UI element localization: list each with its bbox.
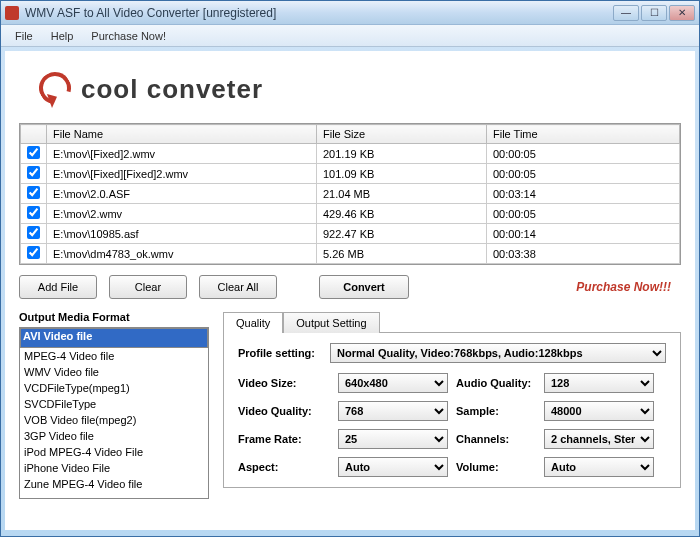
- col-filename[interactable]: File Name: [47, 125, 317, 144]
- close-button[interactable]: ✕: [669, 5, 695, 21]
- row-checkbox[interactable]: [27, 186, 40, 199]
- volume-label: Volume:: [456, 461, 536, 473]
- aspect-label: Aspect:: [238, 461, 330, 473]
- clear-all-button[interactable]: Clear All: [199, 275, 277, 299]
- cell-filetime: 00:00:05: [487, 164, 680, 184]
- logo-area: cool conveter: [19, 59, 681, 119]
- table-row[interactable]: E:\mov\2.0.ASF21.04 MB00:03:14: [21, 184, 680, 204]
- menu-help[interactable]: Help: [43, 28, 82, 44]
- audioquality-label: Audio Quality:: [456, 377, 536, 389]
- cell-filename: E:\mov\10985.asf: [47, 224, 317, 244]
- row-checkbox[interactable]: [27, 246, 40, 259]
- sample-label: Sample:: [456, 405, 536, 417]
- list-item[interactable]: Zune MPEG-4 Video file: [20, 476, 208, 492]
- channels-select[interactable]: 2 channels, Ster: [544, 429, 654, 449]
- cell-filename: E:\mov\2.wmv: [47, 204, 317, 224]
- framerate-label: Frame Rate:: [238, 433, 330, 445]
- list-item[interactable]: iPod MPEG-4 Video File: [20, 444, 208, 460]
- list-item[interactable]: AVI Video file: [20, 328, 208, 348]
- row-checkbox[interactable]: [27, 226, 40, 239]
- titlebar[interactable]: WMV ASF to All Video Converter [unregist…: [1, 1, 699, 25]
- col-filetime[interactable]: File Time: [487, 125, 680, 144]
- add-file-button[interactable]: Add File: [19, 275, 97, 299]
- logo-text: cool conveter: [81, 74, 263, 105]
- logo-icon: [39, 72, 71, 106]
- list-item[interactable]: MPEG-4 Video file: [20, 348, 208, 364]
- list-item[interactable]: WMV Video file: [20, 364, 208, 380]
- content-area: cool conveter File Name File Size File T…: [5, 51, 695, 530]
- videosize-select[interactable]: 640x480: [338, 373, 448, 393]
- tab-output-setting[interactable]: Output Setting: [283, 312, 379, 333]
- purchase-link[interactable]: Purchase Now!!!: [576, 280, 671, 294]
- cell-filename: E:\mov\[Fixed][Fixed]2.wmv: [47, 164, 317, 184]
- cell-filesize: 21.04 MB: [317, 184, 487, 204]
- lower-panel: Output Media Format AVI Video fileMPEG-4…: [19, 311, 681, 499]
- col-filesize[interactable]: File Size: [317, 125, 487, 144]
- cell-filesize: 201.19 KB: [317, 144, 487, 164]
- cell-filesize: 101.09 KB: [317, 164, 487, 184]
- cell-filesize: 5.26 MB: [317, 244, 487, 264]
- output-format-label: Output Media Format: [19, 311, 209, 323]
- table-row[interactable]: E:\mov\2.wmv429.46 KB00:00:05: [21, 204, 680, 224]
- app-icon: [5, 6, 19, 20]
- tab-quality[interactable]: Quality: [223, 312, 283, 333]
- minimize-button[interactable]: —: [613, 5, 639, 21]
- maximize-button[interactable]: ☐: [641, 5, 667, 21]
- list-item[interactable]: 3GP Video file: [20, 428, 208, 444]
- videoquality-select[interactable]: 768: [338, 401, 448, 421]
- volume-select[interactable]: Auto: [544, 457, 654, 477]
- videosize-label: Video Size:: [238, 377, 330, 389]
- list-item[interactable]: iPhone Video File: [20, 460, 208, 476]
- menu-file[interactable]: File: [7, 28, 41, 44]
- profile-select[interactable]: Normal Quality, Video:768kbps, Audio:128…: [330, 343, 666, 363]
- menubar: File Help Purchase Now!: [1, 25, 699, 47]
- cell-filetime: 00:00:05: [487, 204, 680, 224]
- cell-filename: E:\mov\dm4783_ok.wmv: [47, 244, 317, 264]
- file-table: File Name File Size File Time E:\mov\[Fi…: [19, 123, 681, 265]
- window-controls: — ☐ ✕: [613, 5, 695, 21]
- col-check[interactable]: [21, 125, 47, 144]
- table-row[interactable]: E:\mov\10985.asf922.47 KB00:00:14: [21, 224, 680, 244]
- cell-filename: E:\mov\[Fixed]2.wmv: [47, 144, 317, 164]
- table-row[interactable]: E:\mov\[Fixed][Fixed]2.wmv101.09 KB00:00…: [21, 164, 680, 184]
- framerate-select[interactable]: 25: [338, 429, 448, 449]
- window-title: WMV ASF to All Video Converter [unregist…: [25, 6, 613, 20]
- cell-filetime: 00:00:14: [487, 224, 680, 244]
- table-row[interactable]: E:\mov\[Fixed]2.wmv201.19 KB00:00:05: [21, 144, 680, 164]
- list-item[interactable]: SVCDFileType: [20, 396, 208, 412]
- button-row: Add File Clear Clear All Convert Purchas…: [19, 275, 681, 299]
- cell-filename: E:\mov\2.0.ASF: [47, 184, 317, 204]
- output-format-list[interactable]: AVI Video fileMPEG-4 Video fileWMV Video…: [19, 327, 209, 499]
- list-item[interactable]: VOB Video file(mpeg2): [20, 412, 208, 428]
- menu-purchase[interactable]: Purchase Now!: [83, 28, 174, 44]
- aspect-select[interactable]: Auto: [338, 457, 448, 477]
- tab-content-quality: Profile setting: Normal Quality, Video:7…: [223, 332, 681, 488]
- audioquality-select[interactable]: 128: [544, 373, 654, 393]
- row-checkbox[interactable]: [27, 206, 40, 219]
- cell-filetime: 00:03:38: [487, 244, 680, 264]
- convert-button[interactable]: Convert: [319, 275, 409, 299]
- table-row[interactable]: E:\mov\dm4783_ok.wmv5.26 MB00:03:38: [21, 244, 680, 264]
- row-checkbox[interactable]: [27, 146, 40, 159]
- cell-filesize: 922.47 KB: [317, 224, 487, 244]
- output-format-box: Output Media Format AVI Video fileMPEG-4…: [19, 311, 209, 499]
- row-checkbox[interactable]: [27, 166, 40, 179]
- channels-label: Channels:: [456, 433, 536, 445]
- sample-select[interactable]: 48000: [544, 401, 654, 421]
- tabs: Quality Output Setting: [223, 311, 681, 332]
- cell-filesize: 429.46 KB: [317, 204, 487, 224]
- profile-label: Profile setting:: [238, 347, 330, 359]
- cell-filetime: 00:00:05: [487, 144, 680, 164]
- clear-button[interactable]: Clear: [109, 275, 187, 299]
- videoquality-label: Video Quality:: [238, 405, 330, 417]
- app-window: WMV ASF to All Video Converter [unregist…: [0, 0, 700, 537]
- cell-filetime: 00:03:14: [487, 184, 680, 204]
- settings-box: Quality Output Setting Profile setting: …: [223, 311, 681, 499]
- list-item[interactable]: VCDFileType(mpeg1): [20, 380, 208, 396]
